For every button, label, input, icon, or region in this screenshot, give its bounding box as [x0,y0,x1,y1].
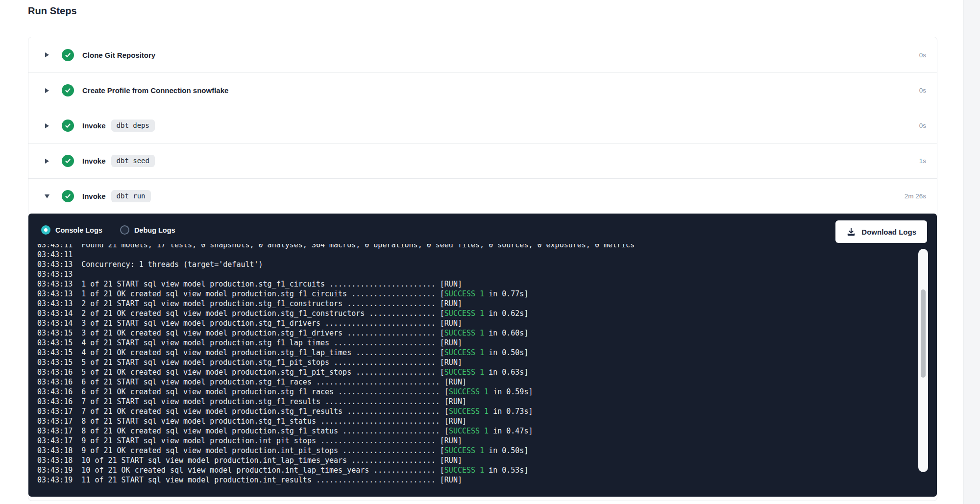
radio-label[interactable]: Console Logs [55,226,102,234]
log-text: 03:43:11 [37,250,73,259]
step-duration: 0s [919,87,926,94]
log-text: 03:43:19 10 of 21 OK created sql view mo… [37,466,436,475]
step-row-create-profile-from-connection-snowflake[interactable]: Create Profile from Connection snowflake… [28,72,937,108]
log-text: 03:43:16 6 of 21 OK created sql view mod… [37,387,440,396]
log-status-text: [RUN] [444,397,466,406]
log-line: 03:43:17 9 of 21 START sql view model pr… [37,436,909,446]
log-status-text: [RUN] [440,456,462,465]
step-row-invoke-dbt-deps[interactable]: Invokedbt deps0s [28,108,937,143]
log-line: 03:43:13 2 of 21 START sql view model pr… [37,299,909,309]
caret-shape [45,159,49,164]
step-row-invoke-dbt-run[interactable]: Invokedbt run2m 26s [28,178,937,214]
log-line: 03:43:13 1 of 21 START sql view model pr… [37,279,909,289]
log-line: 03:43:15 4 of 21 START sql view model pr… [37,338,909,348]
run-steps-page: Run Steps Clone Git Repository0sCreate P… [0,0,980,504]
log-text: 03:43:14 2 of 21 OK created sql view mod… [37,309,436,318]
log-line: 03:43:18 9 of 21 OK created sql view mod… [37,446,909,456]
log-status-text: [RUN] [440,358,462,367]
download-logs-label: Download Logs [861,228,916,236]
step-row-clone-git-repository[interactable]: Clone Git Repository0s [28,37,937,72]
console-log-content: 03:43:11 Found 21 models, 17 tests, 0 sn… [37,244,909,485]
log-status-text: [ [440,329,444,337]
log-status-text: [RUN] [440,319,462,328]
log-status-success: SUCCESS 1 [449,387,489,396]
step-list: Clone Git Repository0sCreate Profile fro… [28,37,937,214]
console-log-viewport[interactable]: 03:43:11 Found 21 models, 17 tests, 0 sn… [37,244,909,490]
log-line: 03:43:16 5 of 21 OK created sql view mod… [37,367,909,377]
log-status-text: in 0.60s] [484,329,528,337]
radio-debug-logs[interactable]: Debug Logs [120,225,175,235]
check-circle-icon [62,155,74,167]
log-text: 03:43:13 1 of 21 START sql view model pr… [37,280,436,288]
log-line: 03:43:15 4 of 21 OK created sql view mod… [37,348,909,358]
chevron-right-icon[interactable] [43,123,51,128]
console-panel: Console LogsDebug Logs Download Logs 03:… [28,214,937,497]
log-scrollbar-thumb[interactable] [921,289,926,378]
check-circle-icon [62,84,74,96]
log-status-success: SUCCESS 1 [444,368,484,377]
log-line: 03:43:19 11 of 21 START sql view model p… [37,475,909,485]
log-status-text: [RUN] [440,299,462,308]
log-line: 03:43:17 8 of 21 OK created sql view mod… [37,426,909,436]
log-text: 03:43:16 7 of 21 START sql view model pr… [37,397,440,406]
log-text: 03:43:13 Concurrency: 1 threads (target=… [37,260,263,269]
page-gutter [963,0,980,504]
radio-unselected-icon[interactable] [120,225,129,235]
step-command-badge: dbt run [111,190,151,202]
caret-shape [45,194,49,198]
log-line: 03:43:15 5 of 21 START sql view model pr… [37,358,909,367]
radio-console-logs[interactable]: Console Logs [41,225,102,235]
log-text: 03:43:13 1 of 21 OK created sql view mod… [37,289,436,298]
log-text: 03:43:14 3 of 21 START sql view model pr… [37,319,436,328]
log-line: 03:43:15 3 of 21 OK created sql view mod… [37,328,909,338]
log-text: 03:43:17 8 of 21 START sql view model pr… [37,417,440,426]
log-status-success: SUCCESS 1 [449,427,489,435]
check-circle-icon [62,190,74,202]
log-status-success: SUCCESS 1 [444,329,484,337]
log-text: 03:43:15 3 of 21 OK created sql view mod… [37,329,436,337]
log-status-text: [ [440,466,444,475]
step-duration: 2m 26s [905,192,926,200]
log-scrollbar-track[interactable] [918,249,928,472]
log-line: 03:43:14 2 of 21 OK created sql view mod… [37,309,909,318]
check-circle-icon [62,49,74,61]
chevron-right-icon[interactable] [43,159,51,164]
log-text: 03:43:17 7 of 21 OK created sql view mod… [37,407,440,416]
step-label: Invoke [82,192,106,200]
step-label: Invoke [82,157,106,165]
log-status-text: [ [440,348,444,357]
log-status-success: SUCCESS 1 [444,446,484,455]
log-type-radio-group: Console LogsDebug Logs [41,225,175,235]
chevron-down-icon[interactable] [43,194,51,198]
caret-shape [45,123,49,128]
radio-label[interactable]: Debug Logs [134,226,175,234]
log-status-text: [RUN] [440,338,462,347]
log-line: 03:43:17 7 of 21 OK created sql view mod… [37,407,909,416]
log-text: 03:43:13 2 of 21 START sql view model pr… [37,299,436,308]
log-line: 03:43:19 10 of 21 OK created sql view mo… [37,465,909,475]
log-status-text: in 0.62s] [484,309,528,318]
radio-selected-icon[interactable] [41,225,50,235]
step-row-invoke-dbt-seed[interactable]: Invokedbt seed1s [28,143,937,178]
log-text: 03:43:16 6 of 21 START sql view model pr… [37,378,440,386]
step-duration: 0s [919,51,926,59]
log-text: 03:43:15 4 of 21 START sql view model pr… [37,338,436,347]
log-status-text: [RUN] [444,417,466,426]
log-status-text: in 0.50s] [484,446,528,455]
step-label: Clone Git Repository [82,51,155,59]
log-text: 03:43:15 5 of 21 START sql view model pr… [37,358,436,367]
log-status-success: SUCCESS 1 [444,289,484,298]
step-command-badge: dbt seed [111,155,155,167]
step-duration: 0s [919,122,926,129]
chevron-right-icon[interactable] [43,88,51,93]
log-status-text: in 0.50s] [484,348,528,357]
check-circle-icon [62,120,74,132]
step-label: Create Profile from Connection snowflake [82,86,228,95]
log-status-text: [RUN] [444,378,466,386]
caret-shape [45,52,49,57]
chevron-right-icon[interactable] [43,52,51,57]
caret-shape [45,88,49,93]
log-status-text: [ [440,368,444,377]
download-logs-button[interactable]: Download Logs [835,220,927,243]
page-title: Run Steps [28,5,77,17]
